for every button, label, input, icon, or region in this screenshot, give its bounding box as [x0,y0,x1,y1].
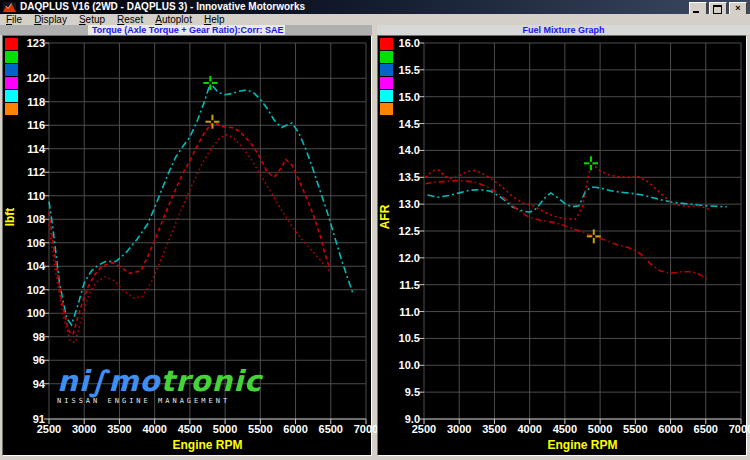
y-tick-label: 94 [3,378,45,390]
correction-label: Corr: SAE [240,25,283,35]
x-tick-label: 3000 [64,423,104,435]
y-tick-label: 14.5 [378,118,420,130]
legend-swatch[interactable] [380,51,393,63]
fuel-plot-area[interactable] [424,43,741,419]
y-tick-label: 116 [3,119,45,131]
logo-subtitle: NISSAN ENGINE MANAGEMENT [57,397,262,405]
fuel-graph-panel: AFR Engine RPM 16.015.515.014.514.013.51… [377,35,747,456]
series-afr-current-run [428,187,727,212]
series-torque-current-run [49,83,353,325]
x-tick-label: 4000 [135,423,175,435]
x-tick-label: 6000 [276,423,316,435]
menu-item-help[interactable]: Help [198,14,231,25]
window-title: DAQPLUS V16 (2WD - DAQPLUS 3) - Innovati… [20,0,305,14]
y-tick-label: 110 [3,190,45,202]
x-tick-label: 7000 [721,423,750,435]
x-tick-label: 5500 [240,423,280,435]
x-tick-label: 2500 [29,423,69,435]
y-tick-label: 123 [3,37,45,49]
menu-item-file[interactable]: File [0,14,28,25]
menu-item-display[interactable]: Display [28,14,73,25]
x-tick-label: 3000 [439,423,479,435]
x-tick-label: 4000 [510,423,550,435]
y-tick-label: 11.0 [378,306,420,318]
logo-text-green: tronic [160,364,262,398]
fuel-x-axis-label: Engine RPM [424,438,741,452]
x-tick-label: 3500 [99,423,139,435]
y-tick-label: 9.5 [378,386,420,398]
x-tick-label: 2500 [404,423,444,435]
y-tick-label: 108 [3,213,45,225]
y-tick-label: 98 [3,331,45,343]
x-tick-label: 6500 [311,423,351,435]
fuel-header-strip: Fuel Mixture Graph [377,25,750,35]
nismotronic-logo: ni∫motronic NISSAN ENGINE MANAGEMENT [57,366,262,405]
torque-header-strip: Torque (Axle Torque + Gear Ratio): Corr:… [0,25,372,35]
y-tick-label: 114 [3,143,45,155]
y-tick-label: 118 [3,96,45,108]
menu-item-reset[interactable]: Reset [111,14,149,25]
y-tick-label: 100 [3,307,45,319]
minimize-icon [693,11,699,13]
y-tick-label: 12.0 [378,252,420,264]
x-tick-label: 6000 [651,423,691,435]
y-tick-label: 96 [3,354,45,366]
legend-swatch[interactable] [5,51,18,63]
fuel-legend [380,38,393,116]
x-tick-label: 4500 [170,423,210,435]
title-bar: DAQPLUS V16 (2WD - DAQPLUS 3) - Innovati… [0,0,750,14]
x-tick-label: 5500 [615,423,655,435]
torque-header-box: Torque (Axle Torque + Gear Ratio): Corr:… [88,25,285,35]
torque-graph-panel: lbft ni∫motronic NISSAN ENGINE MANAGEMEN… [2,35,372,456]
x-tick-label: 4500 [545,423,585,435]
y-tick-label: 15.5 [378,64,420,76]
y-tick-label: 13.5 [378,171,420,183]
maximize-icon [713,5,722,14]
y-tick-label: 10.0 [378,359,420,371]
y-tick-label: 12.5 [378,225,420,237]
y-tick-label: 112 [3,166,45,178]
series-afr-reference-2 [425,181,709,281]
y-tick-label: 13.0 [378,198,420,210]
y-tick-label: 16.0 [378,37,420,49]
x-tick-label: 5000 [205,423,245,435]
y-tick-label: 10.5 [378,332,420,344]
y-tick-label: 15.0 [378,91,420,103]
y-tick-label: 14.0 [378,144,420,156]
x-tick-label: 6500 [686,423,726,435]
menu-bar: FileDisplaySetupResetAutoplotHelp [0,14,750,25]
torque-x-axis-label: Engine RPM [49,438,366,452]
x-tick-label: 3500 [474,423,514,435]
y-tick-label: 104 [3,260,45,272]
x-tick-label: 5000 [580,423,620,435]
y-tick-label: 102 [3,284,45,296]
y-tick-label: 11.5 [378,279,420,291]
logo-text-blue: ni∫mo [57,364,160,398]
menu-item-setup[interactable]: Setup [73,14,111,25]
torque-plot-area[interactable] [49,43,366,419]
legend-swatch[interactable] [380,77,393,89]
app-icon [3,2,16,12]
fuel-graph-title: Fuel Mixture Graph [377,25,750,35]
menu-item-autoplot[interactable]: Autoplot [149,14,198,25]
y-tick-label: 106 [3,237,45,249]
y-tick-label: 120 [3,72,45,84]
torque-graph-title: Torque (Axle Torque + Gear Ratio): [92,25,240,35]
series-torque-reference-1 [49,122,329,335]
legend-swatch[interactable] [380,103,393,115]
